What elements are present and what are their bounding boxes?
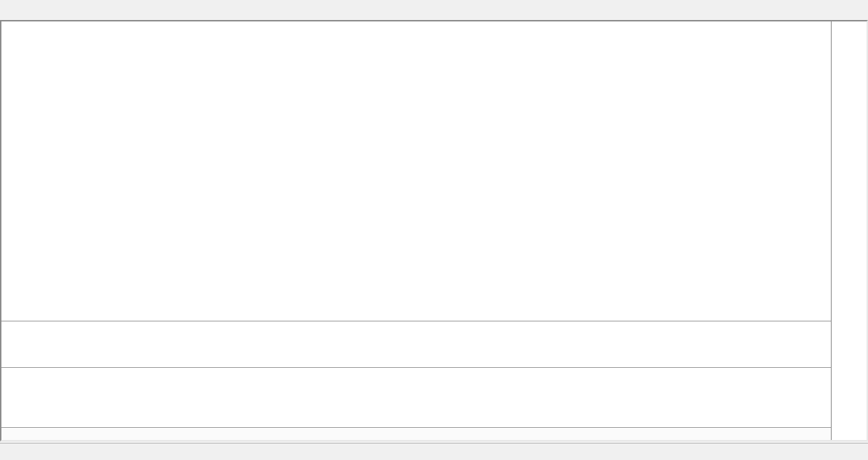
chart-window bbox=[0, 20, 868, 441]
chart-title bbox=[6, 24, 15, 32]
macd-pane[interactable] bbox=[1, 321, 831, 366]
main-chart-pane[interactable] bbox=[1, 21, 831, 319]
price-axis[interactable] bbox=[831, 21, 867, 440]
date-axis[interactable] bbox=[1, 427, 831, 440]
chart-tabs-bar bbox=[0, 443, 868, 460]
rsi-plot[interactable] bbox=[1, 368, 831, 426]
timeframe-toolbar bbox=[0, 0, 868, 21]
tabs-scroll-arrows bbox=[839, 444, 868, 460]
candlestick-plot[interactable] bbox=[1, 21, 831, 319]
macd-plot[interactable] bbox=[1, 321, 831, 366]
rsi-pane[interactable] bbox=[1, 367, 831, 426]
